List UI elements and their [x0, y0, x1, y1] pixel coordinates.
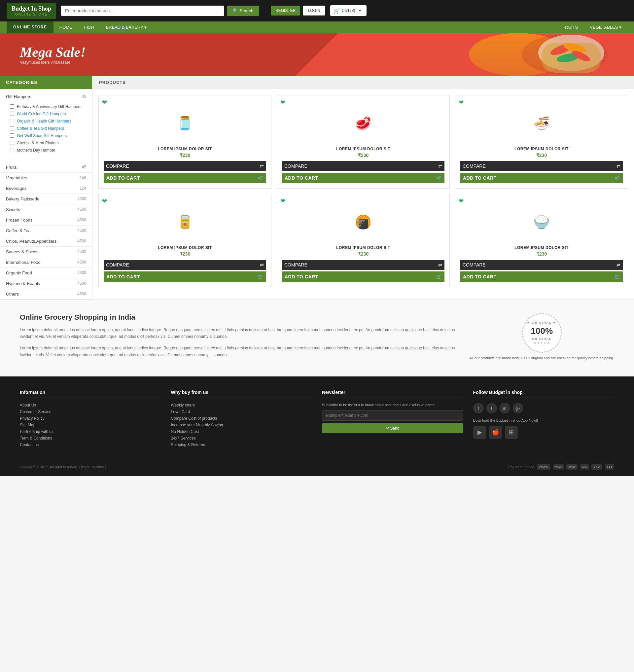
nav-home[interactable]: HOME [53, 21, 78, 33]
gift-hampers-main[interactable]: Gift Hampers 45 [0, 92, 92, 102]
nav-vegetables[interactable]: VEGETABLES ▾ [584, 21, 627, 33]
info-section: Online Grocery Shopping in India Lorem i… [0, 299, 634, 377]
sub-cat-birthday-checkbox[interactable] [10, 104, 14, 109]
sub-cat-world-cuisine-checkbox[interactable] [10, 112, 14, 116]
app-store-windows[interactable]: ⊞ [505, 426, 518, 439]
wishlist-button-1[interactable]: ❤ [281, 99, 285, 106]
social-twitter[interactable]: t [486, 403, 497, 413]
footer-info-link-0[interactable]: About Us [20, 403, 161, 407]
newsletter-send-button[interactable]: ✉ Send [322, 423, 463, 433]
category-row-10[interactable]: Organic Food4500 [0, 268, 92, 279]
footer-follow-title: Follow Budget in shop [473, 390, 614, 398]
footer-why-link-1[interactable]: Loyal Card [171, 409, 312, 414]
newsletter-email-input[interactable] [322, 410, 463, 421]
footer-information-col: Information About UsCustomer ServicePriv… [20, 390, 161, 449]
product-price-3: ₹230 [104, 251, 266, 257]
sub-cat-cheese[interactable]: Cheese & Meat Platters [0, 139, 92, 147]
category-row-5[interactable]: Frozen Foods4500 [0, 215, 92, 225]
add-to-cart-button-0[interactable]: ADD TO CART 🛒 [104, 173, 266, 183]
footer-info-link-5[interactable]: Term & Conditions [20, 436, 161, 440]
category-row-7[interactable]: Chips, Peanuts,Appetizers4500 [0, 236, 92, 247]
cart-label-5: ADD TO CART [463, 274, 497, 279]
nav-bread-bakery[interactable]: BREAD & BAKERY ▾ [100, 21, 152, 33]
wishlist-button-0[interactable]: ❤ [102, 99, 107, 106]
sub-cat-mothers-day-checkbox[interactable] [10, 148, 14, 152]
category-row-9[interactable]: International Food4500 [0, 257, 92, 268]
sub-cat-world-cuisine[interactable]: World Cuisine Gift Hampers [0, 110, 92, 118]
footer-why-links: Weekly offersLoyal CardCompare Cost of p… [171, 403, 312, 447]
wishlist-button-2[interactable]: ❤ [459, 99, 464, 106]
category-row-4[interactable]: Sweets4500 [0, 205, 92, 215]
footer-why-link-6[interactable]: Shipping & Returns [171, 442, 312, 447]
social-facebook[interactable]: f [473, 403, 484, 413]
sub-cat-coffee-tea-label: Coffee & Tea Gift Hampers [17, 126, 64, 131]
add-to-cart-button-1[interactable]: ADD TO CART 🛒 [282, 173, 444, 183]
add-to-cart-button-5[interactable]: ADD TO CART 🛒 [460, 271, 623, 282]
sub-cat-coffee-tea-checkbox[interactable] [10, 126, 14, 130]
cart-area[interactable]: 🛒 Cart (8) ▾ [330, 5, 367, 16]
category-row-2[interactable]: Beverages124 [0, 183, 92, 194]
footer-info-link-4[interactable]: Partnership with us [20, 429, 161, 434]
social-googleplus[interactable]: g+ [513, 403, 523, 413]
nav-fish[interactable]: FISH [78, 21, 100, 33]
sub-cat-cheese-checkbox[interactable] [10, 141, 14, 145]
register-button[interactable]: REGISTER [271, 6, 300, 16]
footer-why-link-0[interactable]: Weekly offers [171, 403, 312, 407]
cart-label-0: ADD TO CART [106, 175, 140, 181]
quality-badge: ✦ ORIGINAL ✦ 100% ORIGINAL ★ ★ ★ ★ ★ All… [469, 313, 614, 364]
social-linkedin[interactable]: in [499, 403, 510, 413]
sub-cat-organic-health[interactable]: Organic & Health Gift Hampers [0, 118, 92, 125]
wishlist-button-4[interactable]: ❤ [281, 197, 285, 205]
add-to-cart-button-3[interactable]: ADD TO CART 🛒 [104, 271, 266, 282]
product-card-5: ❤ 🍚 LOREM IPSUM DOLOR SIT ₹230 COMPARE ⇄… [455, 194, 628, 287]
add-to-cart-button-2[interactable]: ADD TO CART 🛒 [460, 173, 623, 183]
compare-icon-4: ⇄ [438, 262, 442, 267]
sub-cat-organic-health-checkbox[interactable] [10, 119, 14, 123]
auth-area: REGISTER LOGIN [271, 6, 325, 16]
sub-cat-organic-health-label: Organic & Health Gift Hampers [17, 119, 71, 123]
category-row-0[interactable]: Fruits45 [0, 162, 92, 173]
gift-hampers-sub: Birthday & Anniversary Gift Hampers Worl… [0, 102, 92, 155]
category-row-1[interactable]: Vegetables150 [0, 173, 92, 183]
category-row-12[interactable]: Others4500 [0, 289, 92, 299]
footer-info-link-2[interactable]: Privacy Policy [20, 416, 161, 421]
compare-button-5[interactable]: COMPARE ⇄ [460, 260, 623, 270]
sub-cat-coffee-tea[interactable]: Coffee & Tea Gift Hampers [0, 125, 92, 132]
footer-why-link-4[interactable]: No Hidden Cost [171, 429, 312, 434]
login-button[interactable]: LOGIN [303, 6, 325, 16]
compare-button-4[interactable]: COMPARE ⇄ [282, 260, 444, 270]
badge-label: All our products are brand new, 100% ori… [469, 356, 614, 360]
footer-why-link-3[interactable]: Increase your Monthly Saving [171, 423, 312, 427]
sub-cat-get-well[interactable]: Get Well Soon Gift Hampers [0, 132, 92, 139]
category-row-3[interactable]: Bakery Patisserie4500 [0, 194, 92, 205]
footer-why-link-5[interactable]: 24x7 Services [171, 436, 312, 440]
category-row-11[interactable]: Hygiene & Beauty4500 [0, 279, 92, 289]
search-button[interactable]: 🔍 Search [227, 6, 259, 16]
compare-label-5: COMPARE [463, 262, 486, 267]
compare-icon-2: ⇄ [616, 164, 620, 169]
sub-cat-birthday[interactable]: Birthday & Anniversary Gift Hampers [0, 103, 92, 110]
category-row-8[interactable]: Sauces & Spices4500 [0, 247, 92, 257]
wishlist-button-3[interactable]: ❤ [102, 197, 107, 205]
compare-button-1[interactable]: COMPARE ⇄ [282, 161, 444, 171]
app-store-android[interactable]: ▶ [473, 426, 486, 439]
search-input[interactable] [61, 6, 224, 16]
sub-cat-get-well-checkbox[interactable] [10, 134, 14, 138]
sub-cat-mothers-day[interactable]: Mother's Day Hamper [0, 147, 92, 154]
compare-button-2[interactable]: COMPARE ⇄ [460, 161, 623, 171]
footer-info-link-1[interactable]: Customer Service [20, 409, 161, 414]
footer-why-col: Why buy from us Weekly offersLoyal CardC… [171, 390, 312, 449]
wishlist-button-5[interactable]: ❤ [459, 197, 464, 205]
footer-why-link-2[interactable]: Compare Cost of products [171, 416, 312, 421]
app-download-text: Download the Budget in shop App Now!! [473, 418, 614, 422]
app-store-apple[interactable]: 🍎 [489, 426, 502, 439]
footer-info-link-6[interactable]: Contact us [20, 442, 161, 447]
footer-info-link-3[interactable]: Site Map [20, 423, 161, 427]
category-row-6[interactable]: Coffee & Tea4500 [0, 225, 92, 236]
nav-fruits[interactable]: FRUITS [556, 21, 584, 33]
compare-button-0[interactable]: COMPARE ⇄ [104, 161, 266, 171]
compare-button-3[interactable]: COMPARE ⇄ [104, 260, 266, 270]
add-to-cart-button-4[interactable]: ADD TO CART 🛒 [282, 271, 444, 282]
cart-dropdown-button[interactable]: ▾ [357, 7, 363, 14]
product-title-4: LOREM IPSUM DOLOR SIT [282, 245, 444, 250]
